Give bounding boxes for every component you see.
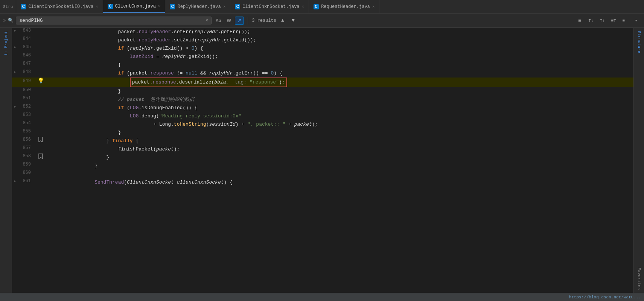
code-line-850: 850 } [12, 87, 633, 96]
line-num-845: 845 [18, 44, 37, 50]
line-num-857: 857 [18, 145, 37, 150]
tab-icon-4: C [235, 4, 240, 9]
line-num-area-847: 847 [12, 61, 80, 66]
line-num-area-857: 857 [12, 145, 80, 150]
line-num-area-845: ▶ 845 [12, 44, 80, 50]
tab-icon-1: C [21, 4, 26, 9]
tab-clientcnxn[interactable]: C ClientCnxn.java × [103, 0, 166, 13]
sidebar-toggle[interactable]: Stru [0, 0, 16, 13]
prev-result-button[interactable]: ▲ [279, 17, 287, 25]
tab-icon-2: C [108, 4, 113, 9]
search-divider [248, 17, 248, 24]
line-num-area-861: ▶ 861 [12, 178, 80, 184]
code-content-849: packet.response.deserialize(bbia, tag: "… [80, 78, 633, 87]
favorites-label[interactable]: Favorites [637, 265, 641, 293]
line-num-area-853: 853 [12, 112, 80, 117]
code-content-844: packet.replyHeader.setZxid(replyHdr.getZ… [80, 36, 633, 44]
tab-icon-3: C [170, 4, 175, 9]
code-content-856: } finally { [80, 137, 633, 145]
svg-marker-1 [39, 154, 43, 159]
tab-close-2[interactable]: × [158, 4, 161, 9]
line-num-area-848: ▶ 848 [12, 69, 80, 74]
search-bar: » 🔍 × Aa W .* 3 results ▲ ▼ ⊞ T↓ T↑ ≡T ≡… [0, 14, 644, 28]
gutter-858 [37, 154, 44, 159]
main-area: 1: Project ▶ 843 packet.replyHeader.setE… [0, 28, 644, 293]
regex-button[interactable]: .* [235, 17, 244, 25]
structure-label[interactable]: Structure [637, 28, 641, 56]
code-line-843: ▶ 843 packet.replyHeader.setErr(replyHdr… [12, 28, 633, 36]
search-icon: 🔍 [8, 18, 14, 23]
line-num-area-846: 846 [12, 53, 80, 58]
next-result-button[interactable]: ▼ [289, 17, 297, 25]
tab-close-5[interactable]: × [372, 5, 375, 9]
code-content-851: // packet 包含我们响应的数据 [80, 96, 633, 104]
search-expand-icon[interactable]: » [3, 18, 6, 23]
tab-clientcnxnsocketnio[interactable]: C ClientCnxnSocketNIO.java × [16, 0, 103, 13]
expand-button[interactable]: ≡↑ [620, 17, 630, 25]
search-clear-icon[interactable]: × [206, 18, 208, 23]
tab-replyheader[interactable]: C ReplyHeader.java × [165, 0, 230, 13]
code-line-854: 854 + Long.toHexString(sessionId) + ", p… [12, 120, 633, 129]
code-line-859: 859 } [12, 162, 633, 170]
line-num-849: 849 [18, 78, 37, 84]
line-num-area-844: 844 [12, 36, 80, 41]
toolbar-actions: ⊞ T↓ T↑ ≡T ≡↑ ▾ [575, 17, 641, 25]
line-num-861: 861 [18, 178, 37, 184]
group-button[interactable]: ≡T [609, 17, 618, 25]
sidebar-label-project[interactable]: 1: Project [4, 28, 8, 59]
code-content-850: } [80, 87, 633, 96]
tab-requestheader[interactable]: C RequestHeader.java × [309, 0, 379, 13]
sort-asc-button[interactable]: T↓ [586, 17, 596, 25]
code-content-846: lastZxid = replyHdr.getZxid(); [80, 53, 633, 61]
line-num-856: 856 [18, 137, 37, 142]
fold-arrow-845[interactable]: ▶ [12, 45, 18, 49]
line-num-853: 853 [18, 112, 37, 117]
search-input[interactable] [19, 18, 204, 23]
code-line-856: 856 } finally { [12, 137, 633, 145]
tab-clientcnxnsocket[interactable]: C ClientCnxnSocket.java × [230, 0, 309, 13]
tab-icon-5: C [314, 4, 319, 9]
tab-close-4[interactable]: × [302, 5, 304, 9]
code-line-849: 849 💡 packet.response.deserialize(bbia, … [12, 78, 633, 87]
line-num-area-855: 855 [12, 129, 80, 134]
code-content-855: } [80, 129, 633, 137]
code-area[interactable]: ▶ 843 packet.replyHeader.setErr(replyHdr… [12, 28, 633, 293]
toggle-compact-button[interactable]: ⊞ [575, 17, 585, 25]
line-num-843: 843 [18, 28, 37, 33]
line-num-area-851: 851 [12, 96, 80, 101]
fold-arrow-861[interactable]: ▶ [12, 179, 18, 183]
code-content-858: } [80, 154, 633, 162]
fold-arrow-843[interactable]: ▶ [12, 29, 18, 33]
filter-button[interactable]: ▾ [631, 17, 641, 25]
status-bar: https://blog.csdn.net/watu... [0, 293, 644, 301]
bookmark-icon-856 [38, 137, 43, 142]
code-line-851: 851 // packet 包含我们响应的数据 [12, 96, 633, 104]
code-content-853: LOG.debug("Reading reply sessionid:0x" [80, 112, 633, 120]
fold-arrow-852[interactable]: ▶ [12, 105, 18, 109]
sort-desc-button[interactable]: T↑ [597, 17, 607, 25]
line-num-846: 846 [18, 53, 37, 58]
tab-label-4: ClientCnxnSocket.java [242, 4, 299, 9]
tab-label-5: RequestHeader.java [321, 4, 370, 9]
code-line-845: ▶ 845 if (replyHdr.getZxid() > 0) { [12, 44, 633, 53]
status-url: https://blog.csdn.net/watu... [569, 295, 641, 299]
whole-word-button[interactable]: W [224, 17, 233, 25]
line-num-855: 855 [18, 129, 37, 134]
line-num-858: 858 [18, 154, 37, 159]
gutter-856 [37, 137, 44, 142]
tab-close-1[interactable]: × [96, 5, 98, 9]
lightbulb-icon[interactable]: 💡 [38, 78, 44, 84]
tab-label-2: ClientCnxn.java [115, 4, 156, 9]
code-line-848: ▶ 848 if (packet.response != null && rep… [12, 69, 633, 78]
match-case-button[interactable]: Aa [214, 17, 223, 25]
line-num-847: 847 [18, 61, 37, 66]
gutter-lightbulb-849[interactable]: 💡 [37, 78, 44, 84]
code-line-844: 844 packet.replyHeader.setZxid(replyHdr.… [12, 36, 633, 44]
fold-arrow-848[interactable]: ▶ [12, 70, 18, 74]
code-content-848: if (packet.response != null && replyHdr.… [80, 69, 633, 78]
tab-close-3[interactable]: × [223, 5, 226, 9]
code-line-860: 860 [12, 170, 633, 178]
right-sidebar: Structure Favorites [633, 28, 644, 293]
code-line-846: 846 lastZxid = replyHdr.getZxid(); [12, 53, 633, 61]
left-sidebar: 1: Project [0, 28, 12, 293]
